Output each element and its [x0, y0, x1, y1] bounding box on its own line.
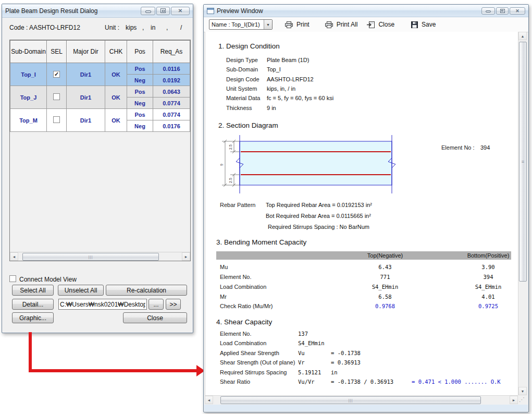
detail-button[interactable]: Detail...	[12, 299, 54, 310]
thumb-grip-icon: |||	[349, 398, 353, 402]
print-all-button[interactable]: Print All	[325, 21, 358, 28]
rebar-pattern-label: Rebar Pattern	[220, 202, 255, 208]
plate-beam-dialog: Plate Beam Design Result Dialog ✕ Code :…	[2, 4, 193, 333]
cell-neg-value: 0.0774	[153, 98, 190, 109]
save-button[interactable]: Save	[411, 21, 436, 28]
dim-bottom-label: 2.5	[229, 178, 232, 183]
hscroll-thumb[interactable]: |||	[220, 396, 481, 404]
close-preview-button[interactable]: Close	[367, 21, 394, 28]
recalculation-button[interactable]: Re-calculation	[106, 285, 187, 296]
cell-subdomain: Top_J	[10, 86, 47, 109]
preview-hscrollbar[interactable]: ◄ ||| ►	[205, 395, 518, 404]
sel-checkbox[interactable]	[53, 116, 60, 123]
preview-window: Preview Window ✕ Name : Top_I(Dir1) ▼ Pr…	[203, 4, 529, 412]
rebar-line-2: Required Stirrups Spacing : No BarNum	[268, 224, 369, 230]
col-header-reqas[interactable]: Req_As	[153, 41, 190, 63]
name-dropdown[interactable]: Name : Top_I(Dir1) ▼	[209, 19, 273, 30]
vscroll-thumb[interactable]: ≡	[519, 42, 527, 282]
sh-label-ratio: Shear Ratio	[220, 379, 250, 385]
flow-arrow-horizontal	[29, 369, 197, 372]
print-button[interactable]: Print	[285, 21, 310, 28]
col-header-sel[interactable]: SEL	[47, 41, 67, 63]
expand-button[interactable]: >>	[166, 299, 181, 310]
scroll-left-arrow[interactable]: ◄	[10, 252, 18, 261]
bending-header-bar: Top(Negative) Bottom(Positive)	[216, 251, 511, 260]
cell-sel: ✓	[47, 63, 67, 86]
preview-maximize-button[interactable]	[496, 7, 509, 15]
sh-vu-sym: Vu	[298, 350, 305, 356]
scroll-left-arrow[interactable]: ◄	[205, 396, 213, 404]
browse-button[interactable]: ...	[149, 299, 164, 310]
cell-neg-value: 0.0176	[153, 120, 190, 132]
resize-grip-icon[interactable]: ⋰	[519, 396, 525, 403]
sh-vu-value: = -0.1738	[331, 350, 361, 356]
unit-comma-2: ,	[166, 24, 168, 31]
preview-minimize-button[interactable]	[481, 7, 495, 15]
bm-mr-top: 6.58	[378, 294, 391, 300]
printer-icon	[285, 21, 293, 28]
dialog-titlebar[interactable]: Plate Beam Design Result Dialog ✕	[2, 4, 193, 18]
section-diagram-heading: 2. Section Diagram	[218, 121, 278, 129]
bm-loadcomb-top: S4_EHmin	[372, 284, 399, 290]
sh-label-strength: Shear Strength (Out of plane)	[220, 359, 295, 366]
col-header-pos[interactable]: Pos	[127, 41, 153, 63]
bm-mu-bottom: 3.90	[481, 264, 494, 270]
close-label: Close	[378, 21, 394, 28]
bm-label-loadcomb: Load Combination	[220, 284, 266, 290]
shear-heading: 4. Shear Capacity	[216, 318, 272, 326]
window-bottom-frame	[204, 405, 528, 411]
sel-checkbox[interactable]	[53, 93, 60, 100]
beam-body	[240, 141, 392, 185]
preview-close-button[interactable]: ✕	[510, 7, 525, 15]
connect-model-view-checkbox[interactable]	[9, 275, 16, 282]
unit-length: in	[151, 24, 155, 31]
unselect-all-button[interactable]: Unselect All	[58, 285, 104, 296]
minimize-button[interactable]	[141, 7, 155, 15]
table-row-top-m[interactable]: Top_M Dir1 OK Pos 0.0774	[10, 109, 190, 120]
preview-content: 1. Design Condition Design Type Plate Be…	[205, 32, 518, 395]
scroll-right-arrow[interactable]: ►	[510, 396, 518, 404]
table-row-top-j[interactable]: Top_J Dir1 OK Pos 0.0643	[10, 86, 190, 98]
col-header-subdomain[interactable]: Sub-Domain	[10, 41, 47, 63]
preview-vscrollbar[interactable]: ▲ ≡ ▼	[518, 32, 527, 395]
sh-stirrups-unit: in	[331, 369, 338, 375]
grid-empty-area	[10, 132, 190, 252]
scroll-up-arrow[interactable]: ▲	[518, 32, 527, 40]
preview-title: Preview Window	[217, 7, 263, 15]
bm-element-top: 771	[380, 274, 390, 280]
col-header-majordir[interactable]: Major Dir	[67, 41, 105, 63]
minimize-icon	[145, 10, 151, 13]
result-table: Sub-Domain SEL Major Dir CHK Pos Req_As …	[10, 40, 190, 132]
hscroll-thumb[interactable]: |||	[22, 253, 159, 261]
cell-majordir: Dir1	[67, 86, 105, 109]
preview-titlebar[interactable]: Preview Window ✕	[204, 5, 528, 17]
graphic-button[interactable]: Graphic...	[12, 312, 54, 323]
maximize-button[interactable]	[156, 7, 170, 15]
cell-neg-value: 0.0192	[153, 75, 190, 86]
grid-hscrollbar[interactable]: ◄ ||| ►	[10, 252, 190, 261]
sel-checkbox[interactable]: ✓	[53, 71, 60, 78]
sh-loadcomb-value: S4_EHmin	[298, 340, 325, 346]
dc-label-3: Unit System	[226, 86, 257, 92]
dc-label-2: Design Code	[226, 76, 259, 82]
sh-vr-sym: Vr	[298, 359, 305, 366]
close-button[interactable]: ✕	[171, 7, 190, 15]
scroll-down-arrow[interactable]: ▼	[518, 387, 527, 395]
dc-label-1: Sub-Domain	[226, 66, 258, 72]
cell-pos-label: Pos	[127, 86, 153, 98]
close-icon: ✕	[178, 8, 182, 14]
col-header-chk[interactable]: CHK	[105, 41, 127, 63]
select-all-button[interactable]: Select All	[12, 285, 54, 296]
cell-neg-label: Neg	[127, 120, 153, 132]
bm-checkratio-top: 0.9768	[375, 303, 395, 309]
scroll-right-arrow[interactable]: ►	[182, 252, 190, 261]
design-condition-heading: 1. Design Condition	[218, 42, 280, 50]
table-row-top-i[interactable]: Top_I ✓ Dir1 OK Pos 0.0116	[10, 63, 190, 75]
chevron-down-icon[interactable]: ▼	[264, 20, 272, 29]
dialog-close-button[interactable]: Close	[123, 312, 187, 323]
cell-chk: OK	[105, 109, 127, 132]
output-path-input[interactable]	[58, 299, 147, 310]
result-grid: Sub-Domain SEL Major Dir CHK Pos Req_As …	[9, 40, 191, 261]
cell-neg-label: Neg	[127, 98, 153, 109]
bm-loadcomb-bottom: S4_EHmin	[475, 284, 502, 290]
